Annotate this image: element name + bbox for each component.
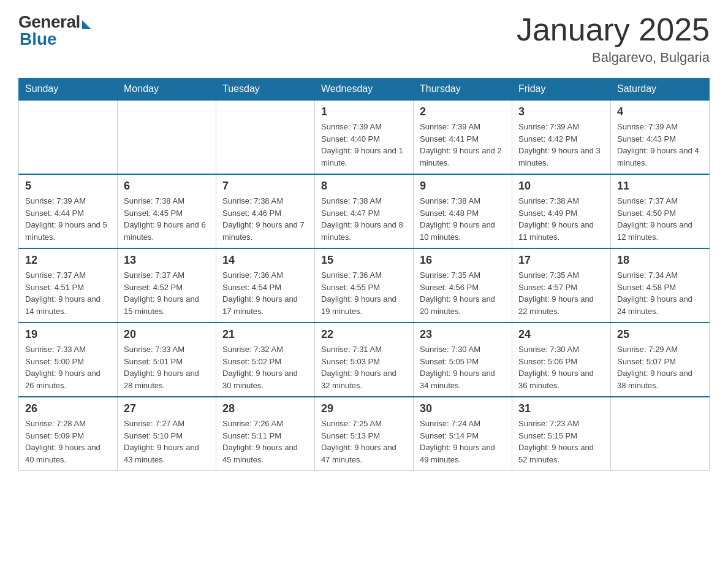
day-number: 6 [124, 180, 210, 193]
calendar-cell: 16Sunrise: 7:35 AMSunset: 4:56 PMDayligh… [414, 248, 512, 323]
day-number: 26 [25, 402, 111, 415]
calendar-cell: 29Sunrise: 7:25 AMSunset: 5:13 PMDayligh… [315, 397, 414, 471]
day-info: Sunrise: 7:38 AMSunset: 4:47 PMDaylight:… [321, 195, 407, 243]
day-info: Sunrise: 7:24 AMSunset: 5:14 PMDaylight:… [420, 418, 506, 465]
day-info: Sunrise: 7:39 AMSunset: 4:42 PMDaylight:… [518, 121, 604, 169]
calendar-week-row-2: 12Sunrise: 7:37 AMSunset: 4:51 PMDayligh… [19, 248, 710, 323]
day-info: Sunrise: 7:38 AMSunset: 4:48 PMDaylight:… [420, 195, 506, 243]
day-info: Sunrise: 7:38 AMSunset: 4:49 PMDaylight:… [518, 195, 604, 243]
calendar-cell: 9Sunrise: 7:38 AMSunset: 4:48 PMDaylight… [414, 174, 512, 248]
title-section: January 2025 Balgarevo, Bulgaria [517, 12, 710, 66]
calendar-cell: 14Sunrise: 7:36 AMSunset: 4:54 PMDayligh… [216, 248, 315, 323]
day-number: 16 [420, 254, 506, 267]
calendar-cell [216, 100, 315, 174]
day-number: 21 [222, 328, 308, 341]
day-info: Sunrise: 7:34 AMSunset: 4:58 PMDaylight:… [617, 269, 703, 317]
day-number: 22 [321, 328, 407, 341]
calendar-cell: 13Sunrise: 7:37 AMSunset: 4:52 PMDayligh… [118, 248, 216, 323]
calendar-header-tuesday: Tuesday [216, 79, 315, 101]
logo: General Blue [18, 12, 91, 49]
day-info: Sunrise: 7:37 AMSunset: 4:52 PMDaylight:… [124, 269, 210, 317]
calendar-cell: 12Sunrise: 7:37 AMSunset: 4:51 PMDayligh… [19, 248, 118, 323]
day-number: 24 [518, 328, 604, 341]
day-info: Sunrise: 7:31 AMSunset: 5:03 PMDaylight:… [321, 343, 407, 391]
calendar-cell: 3Sunrise: 7:39 AMSunset: 4:42 PMDaylight… [512, 100, 611, 174]
day-number: 25 [617, 328, 703, 341]
calendar-cell: 4Sunrise: 7:39 AMSunset: 4:43 PMDaylight… [611, 100, 710, 174]
calendar-cell: 11Sunrise: 7:37 AMSunset: 4:50 PMDayligh… [611, 174, 710, 248]
day-info: Sunrise: 7:25 AMSunset: 5:13 PMDaylight:… [321, 418, 407, 465]
calendar-table: SundayMondayTuesdayWednesdayThursdayFrid… [18, 78, 710, 471]
calendar-cell: 24Sunrise: 7:30 AMSunset: 5:06 PMDayligh… [512, 323, 611, 397]
day-number: 28 [222, 402, 308, 415]
day-info: Sunrise: 7:36 AMSunset: 4:55 PMDaylight:… [321, 269, 407, 317]
day-info: Sunrise: 7:29 AMSunset: 5:07 PMDaylight:… [617, 343, 703, 391]
calendar-cell [118, 100, 216, 174]
calendar-cell: 22Sunrise: 7:31 AMSunset: 5:03 PMDayligh… [315, 323, 414, 397]
day-info: Sunrise: 7:35 AMSunset: 4:56 PMDaylight:… [420, 269, 506, 317]
calendar-cell: 27Sunrise: 7:27 AMSunset: 5:10 PMDayligh… [118, 397, 216, 471]
calendar-week-row-4: 26Sunrise: 7:28 AMSunset: 5:09 PMDayligh… [19, 397, 710, 471]
day-number: 27 [124, 402, 210, 415]
day-number: 18 [617, 254, 703, 267]
calendar-cell: 17Sunrise: 7:35 AMSunset: 4:57 PMDayligh… [512, 248, 611, 323]
day-info: Sunrise: 7:35 AMSunset: 4:57 PMDaylight:… [518, 269, 604, 317]
day-info: Sunrise: 7:37 AMSunset: 4:50 PMDaylight:… [617, 195, 703, 243]
calendar-cell: 23Sunrise: 7:30 AMSunset: 5:05 PMDayligh… [414, 323, 512, 397]
day-info: Sunrise: 7:30 AMSunset: 5:06 PMDaylight:… [518, 343, 604, 391]
month-title: January 2025 [517, 12, 710, 47]
calendar-cell: 15Sunrise: 7:36 AMSunset: 4:55 PMDayligh… [315, 248, 414, 323]
day-number: 2 [420, 105, 506, 118]
day-number: 19 [25, 328, 111, 341]
page-header: General Blue January 2025 Balgarevo, Bul… [18, 12, 710, 66]
logo-arrow-icon [82, 20, 91, 29]
day-number: 3 [518, 105, 604, 118]
calendar-cell: 26Sunrise: 7:28 AMSunset: 5:09 PMDayligh… [19, 397, 118, 471]
day-info: Sunrise: 7:32 AMSunset: 5:02 PMDaylight:… [222, 343, 308, 391]
calendar-header-thursday: Thursday [414, 79, 512, 101]
day-number: 17 [518, 254, 604, 267]
calendar-cell: 2Sunrise: 7:39 AMSunset: 4:41 PMDaylight… [414, 100, 512, 174]
calendar-cell: 20Sunrise: 7:33 AMSunset: 5:01 PMDayligh… [118, 323, 216, 397]
calendar-cell: 6Sunrise: 7:38 AMSunset: 4:45 PMDaylight… [118, 174, 216, 248]
location: Balgarevo, Bulgaria [517, 50, 710, 66]
logo-blue-text: Blue [20, 29, 57, 49]
calendar-header-sunday: Sunday [19, 79, 118, 101]
day-number: 7 [222, 180, 308, 193]
calendar-header-monday: Monday [118, 79, 216, 101]
day-number: 8 [321, 180, 407, 193]
calendar-cell [611, 397, 710, 471]
calendar-header-saturday: Saturday [611, 79, 710, 101]
calendar-cell: 25Sunrise: 7:29 AMSunset: 5:07 PMDayligh… [611, 323, 710, 397]
calendar-cell: 21Sunrise: 7:32 AMSunset: 5:02 PMDayligh… [216, 323, 315, 397]
day-info: Sunrise: 7:26 AMSunset: 5:11 PMDaylight:… [222, 418, 308, 465]
calendar-cell: 31Sunrise: 7:23 AMSunset: 5:15 PMDayligh… [512, 397, 611, 471]
day-info: Sunrise: 7:23 AMSunset: 5:15 PMDaylight:… [518, 418, 604, 465]
day-number: 30 [420, 402, 506, 415]
day-number: 14 [222, 254, 308, 267]
day-info: Sunrise: 7:27 AMSunset: 5:10 PMDaylight:… [124, 418, 210, 465]
calendar-header-row: SundayMondayTuesdayWednesdayThursdayFrid… [19, 79, 710, 101]
day-number: 13 [124, 254, 210, 267]
day-number: 9 [420, 180, 506, 193]
day-info: Sunrise: 7:38 AMSunset: 4:45 PMDaylight:… [124, 195, 210, 243]
calendar-cell: 1Sunrise: 7:39 AMSunset: 4:40 PMDaylight… [315, 100, 414, 174]
day-info: Sunrise: 7:36 AMSunset: 4:54 PMDaylight:… [222, 269, 308, 317]
day-info: Sunrise: 7:33 AMSunset: 5:01 PMDaylight:… [124, 343, 210, 391]
calendar-header-wednesday: Wednesday [315, 79, 414, 101]
day-info: Sunrise: 7:38 AMSunset: 4:46 PMDaylight:… [222, 195, 308, 243]
day-info: Sunrise: 7:28 AMSunset: 5:09 PMDaylight:… [25, 418, 111, 465]
calendar-cell: 5Sunrise: 7:39 AMSunset: 4:44 PMDaylight… [19, 174, 118, 248]
calendar-week-row-3: 19Sunrise: 7:33 AMSunset: 5:00 PMDayligh… [19, 323, 710, 397]
day-info: Sunrise: 7:39 AMSunset: 4:44 PMDaylight:… [25, 195, 111, 243]
day-number: 1 [321, 105, 407, 118]
day-info: Sunrise: 7:39 AMSunset: 4:40 PMDaylight:… [321, 121, 407, 169]
calendar-week-row-1: 5Sunrise: 7:39 AMSunset: 4:44 PMDaylight… [19, 174, 710, 248]
day-number: 23 [420, 328, 506, 341]
day-number: 11 [617, 180, 703, 193]
day-info: Sunrise: 7:39 AMSunset: 4:43 PMDaylight:… [617, 121, 703, 169]
calendar-header-friday: Friday [512, 79, 611, 101]
day-number: 10 [518, 180, 604, 193]
calendar-cell: 7Sunrise: 7:38 AMSunset: 4:46 PMDaylight… [216, 174, 315, 248]
calendar-cell: 10Sunrise: 7:38 AMSunset: 4:49 PMDayligh… [512, 174, 611, 248]
